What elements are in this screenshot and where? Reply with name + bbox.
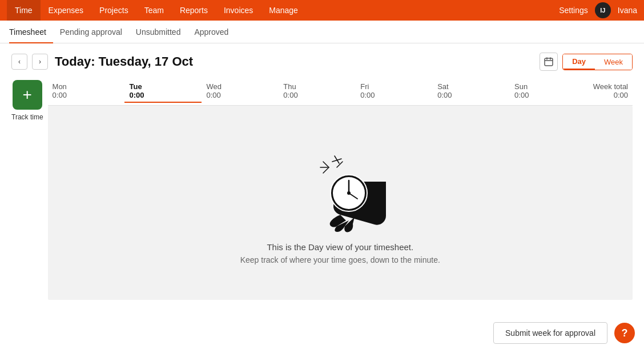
settings-link[interactable]: Settings xyxy=(559,6,588,15)
day-wed[interactable]: Wed 0:00 xyxy=(202,80,279,103)
empty-illustration xyxy=(289,142,392,233)
day-mon[interactable]: Mon 0:00 xyxy=(48,80,125,103)
day-sat-time: 0:00 xyxy=(437,91,452,99)
add-time-button[interactable]: + xyxy=(13,80,42,110)
content-area: + Track time Mon 0:00 Tue 0:00 Wed 0:00 xyxy=(11,80,633,300)
tab-pending-approval[interactable]: Pending approval xyxy=(53,21,129,43)
next-date-button[interactable]: › xyxy=(32,54,48,70)
svg-line-4 xyxy=(323,162,329,167)
svg-rect-0 xyxy=(545,58,553,66)
day-wed-name: Wed xyxy=(206,82,222,91)
week-total-label: Week total xyxy=(593,82,628,91)
avatar[interactable]: IJ xyxy=(595,2,611,18)
day-fri-name: Fri xyxy=(360,82,369,91)
day-thu-name: Thu xyxy=(283,82,296,91)
date-header: ‹ › Today: Tuesday, 17 Oct Day Week xyxy=(11,53,633,71)
date-nav: ‹ › Today: Tuesday, 17 Oct xyxy=(11,54,193,70)
tab-approved[interactable]: Approved xyxy=(187,21,235,43)
empty-state-line1: This is the Day view of your timesheet. xyxy=(267,242,413,252)
week-view-button[interactable]: Week xyxy=(595,54,632,70)
empty-state-line2: Keep track of where your time goes, down… xyxy=(240,255,440,264)
day-sat-name: Sat xyxy=(437,82,449,91)
days-container: Mon 0:00 Tue 0:00 Wed 0:00 Thu 0:00 Fri xyxy=(48,80,633,300)
day-thu[interactable]: Thu 0:00 xyxy=(279,80,356,103)
nav-item-invoices[interactable]: Invoices xyxy=(216,0,261,21)
user-section: Settings IJ Ivana xyxy=(559,2,637,18)
bottom-bar: Submit week for approval ? xyxy=(493,322,635,344)
top-nav: Time Expenses Projects Team Reports Invo… xyxy=(0,0,644,21)
date-title: Today: Tuesday, 17 Oct xyxy=(55,54,193,69)
day-sun[interactable]: Sun 0:00 xyxy=(510,80,587,103)
track-time-section: + Track time xyxy=(11,80,43,121)
nav-item-projects[interactable]: Projects xyxy=(91,0,136,21)
nav-item-manage[interactable]: Manage xyxy=(261,0,306,21)
svg-line-9 xyxy=(337,162,343,167)
nav-links: Time Expenses Projects Team Reports Invo… xyxy=(7,0,306,21)
week-total-value: 0:00 xyxy=(614,91,628,99)
view-controls: Day Week xyxy=(540,53,633,71)
sub-nav: Timesheet Pending approval Unsubmitted A… xyxy=(0,21,644,43)
day-thu-time: 0:00 xyxy=(283,91,297,99)
main-content: ‹ › Today: Tuesday, 17 Oct Day Week + xyxy=(0,43,644,309)
calendar-icon xyxy=(544,57,553,66)
tab-unsubmitted[interactable]: Unsubmitted xyxy=(129,21,188,43)
svg-point-14 xyxy=(347,191,351,195)
user-name[interactable]: Ivana xyxy=(618,6,637,15)
svg-line-6 xyxy=(323,167,329,173)
day-sun-name: Sun xyxy=(514,82,528,91)
timesheet-illustration xyxy=(289,142,392,233)
day-tue-time: 0:00 xyxy=(129,91,144,99)
day-wed-time: 0:00 xyxy=(206,91,220,99)
day-tue[interactable]: Tue 0:00 xyxy=(124,80,202,103)
submit-week-button[interactable]: Submit week for approval xyxy=(493,322,607,344)
week-total-col: Week total 0:00 xyxy=(587,80,633,103)
days-header: Mon 0:00 Tue 0:00 Wed 0:00 Thu 0:00 Fri xyxy=(48,80,633,106)
empty-state: This is the Day view of your timesheet. … xyxy=(48,106,633,300)
day-tue-name: Tue xyxy=(129,82,142,91)
nav-item-reports[interactable]: Reports xyxy=(172,0,216,21)
nav-item-expenses[interactable]: Expenses xyxy=(41,0,91,21)
day-view-button[interactable]: Day xyxy=(563,54,595,70)
day-fri-time: 0:00 xyxy=(360,91,375,99)
calendar-button[interactable] xyxy=(540,53,558,71)
day-fri[interactable]: Fri 0:00 xyxy=(356,80,433,103)
day-sat[interactable]: Sat 0:00 xyxy=(433,80,510,103)
day-mon-name: Mon xyxy=(53,82,67,91)
day-sun-time: 0:00 xyxy=(514,91,529,99)
help-button[interactable]: ? xyxy=(614,323,635,343)
day-mon-time: 0:00 xyxy=(53,91,67,99)
nav-item-time[interactable]: Time xyxy=(7,0,41,21)
tab-timesheet[interactable]: Timesheet xyxy=(9,21,53,43)
track-time-label: Track time xyxy=(11,113,43,121)
view-toggle: Day Week xyxy=(562,54,633,70)
nav-item-team[interactable]: Team xyxy=(136,0,172,21)
prev-date-button[interactable]: ‹ xyxy=(11,54,27,70)
